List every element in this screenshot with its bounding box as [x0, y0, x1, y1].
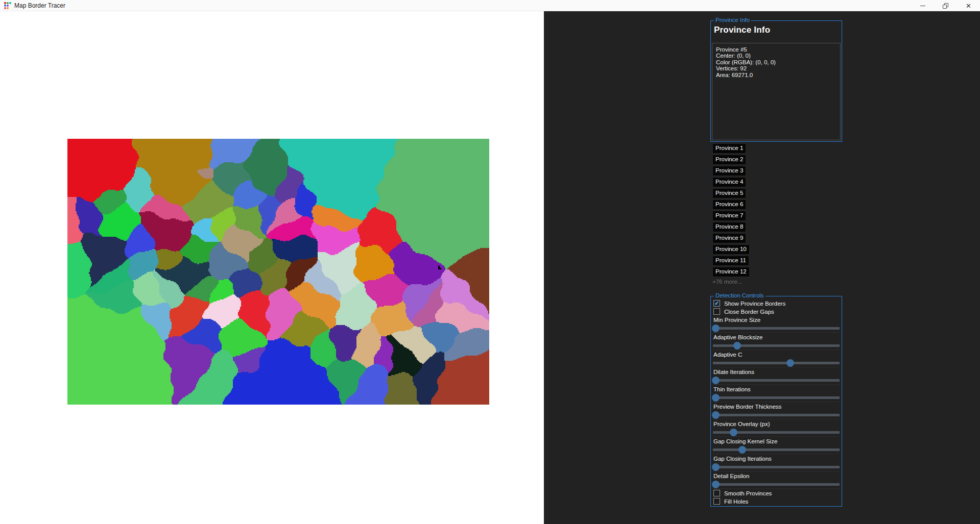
detection-controls-groupbox: Detection Controls ✓Show Province Border… — [710, 296, 842, 507]
window-controls: ✕ — [911, 0, 980, 11]
slider[interactable] — [713, 359, 840, 367]
slider[interactable] — [713, 463, 840, 471]
slider-label: Gap Closing Kernel Size — [713, 438, 840, 445]
slider[interactable] — [713, 341, 840, 350]
checkbox-unchecked[interactable] — [713, 308, 720, 315]
province-info-box: Province #5Center: (0, 0)Color (RGBA): (… — [712, 43, 841, 140]
title-bar: Map Border Tracer ✕ — [0, 0, 980, 11]
close-icon[interactable]: ✕ — [957, 0, 980, 11]
province-info-groupbox: Province Info Province Info Province #5C… — [710, 20, 842, 142]
slider[interactable] — [713, 324, 840, 332]
province-button[interactable]: Province 9 — [712, 233, 746, 243]
slider-handle[interactable] — [712, 325, 720, 332]
detection-controls-body: ✓Show Province BordersClose Border GapsM… — [711, 296, 842, 506]
app-icon — [4, 2, 11, 9]
province-button[interactable]: Province 10 — [712, 244, 750, 255]
window-title: Map Border Tracer — [14, 2, 65, 9]
province-button[interactable]: Province 3 — [712, 166, 746, 176]
province-button[interactable]: Province 8 — [712, 222, 746, 232]
slider-control: Thin Iterations — [713, 386, 840, 402]
slider-track[interactable] — [713, 379, 840, 382]
slider-track[interactable] — [713, 396, 840, 399]
checkbox-row: Fill Holes — [713, 497, 840, 505]
more-provinces-label: +76 more... — [712, 279, 750, 285]
slider-label: Adaptive Blocksize — [713, 334, 840, 341]
slider-control: Preview Border Thickness — [713, 403, 840, 419]
info-line: Vertices: 92 — [716, 65, 836, 71]
slider-handle[interactable] — [730, 429, 737, 436]
slider-handle[interactable] — [733, 342, 741, 350]
slider[interactable] — [713, 411, 840, 419]
province-list: Province 1Province 2Province 3Province 4… — [712, 143, 750, 285]
province-button[interactable]: Province 2 — [712, 155, 746, 165]
checkbox-unchecked[interactable] — [713, 490, 720, 496]
info-line: Province #5 — [716, 46, 836, 53]
checkbox-label: Show Province Borders — [724, 301, 785, 307]
checkbox-unchecked[interactable] — [713, 498, 720, 505]
slider-control: Adaptive Blocksize — [713, 334, 840, 350]
slider-track[interactable] — [713, 344, 840, 347]
slider-control: Province Overlay (px) — [713, 420, 840, 437]
province-map-image[interactable] — [67, 139, 489, 405]
province-info-heading: Province Info — [711, 21, 842, 39]
slider-track[interactable] — [713, 466, 840, 468]
slider-control: Adaptive C — [713, 351, 840, 367]
slider[interactable] — [713, 393, 840, 402]
slider-control: Detail Epsilon — [713, 472, 840, 489]
slider-label: Dilate Iterations — [713, 368, 840, 376]
province-button[interactable]: Province 1 — [712, 143, 746, 154]
slider-handle[interactable] — [712, 463, 720, 471]
slider-label: Adaptive C — [713, 351, 840, 358]
slider-handle[interactable] — [712, 394, 720, 402]
info-line: Center: (0, 0) — [716, 53, 836, 59]
checkbox-label: Smooth Provinces — [724, 490, 772, 496]
slider-control: Dilate Iterations — [713, 368, 840, 385]
check-icon: ✓ — [714, 301, 719, 306]
slider-label: Province Overlay (px) — [713, 420, 840, 428]
slider-label: Preview Border Thickness — [713, 403, 840, 410]
checkbox-row: Show Edge Preview — [713, 506, 840, 506]
side-panel: Province Info Province Info Province #5C… — [544, 11, 980, 524]
slider-control: Gap Closing Kernel Size — [713, 438, 840, 454]
slider-handle[interactable] — [786, 359, 794, 367]
map-viewport[interactable] — [0, 11, 544, 524]
slider-track[interactable] — [713, 414, 840, 416]
province-button[interactable]: Province 5 — [712, 188, 746, 198]
province-button[interactable]: Province 4 — [712, 177, 746, 187]
province-button[interactable]: Province 12 — [712, 267, 750, 277]
province-button[interactable]: Province 11 — [712, 256, 749, 266]
slider[interactable] — [713, 445, 840, 454]
province-button[interactable]: Province 6 — [712, 199, 746, 210]
info-line: Color (RGBA): (0, 0, 0) — [716, 59, 836, 65]
slider-track[interactable] — [713, 327, 840, 330]
slider[interactable] — [713, 480, 840, 488]
checkbox-row: Close Border Gaps — [713, 308, 840, 315]
slider-handle[interactable] — [712, 481, 720, 488]
minimize-icon[interactable] — [911, 0, 934, 11]
restore-icon[interactable] — [934, 0, 957, 11]
checkbox-label: Close Border Gaps — [724, 309, 774, 315]
slider[interactable] — [713, 428, 840, 436]
checkbox-label: Fill Holes — [724, 498, 748, 505]
groupbox-label: Province Info — [714, 17, 751, 23]
slider-label: Detail Epsilon — [713, 472, 840, 480]
slider-handle[interactable] — [712, 377, 720, 384]
checkbox-row: Smooth Provinces — [713, 489, 840, 497]
slider-handle[interactable] — [738, 446, 746, 454]
checkbox-row: ✓Show Province Borders — [713, 300, 840, 307]
slider-track[interactable] — [713, 483, 840, 486]
slider-label: Thin Iterations — [713, 386, 840, 393]
slider[interactable] — [713, 376, 840, 384]
slider-track[interactable] — [713, 448, 840, 451]
slider-label: Min Province Size — [713, 316, 840, 323]
info-line: Area: 69271.0 — [716, 72, 836, 78]
slider-control: Gap Closing Iterations — [713, 455, 840, 471]
slider-control: Min Province Size — [713, 316, 840, 333]
province-button[interactable]: Province 7 — [712, 211, 746, 221]
checkbox-checked[interactable]: ✓ — [713, 300, 720, 307]
slider-handle[interactable] — [712, 411, 720, 419]
slider-label: Gap Closing Iterations — [713, 455, 840, 462]
slider-track[interactable] — [713, 362, 840, 364]
